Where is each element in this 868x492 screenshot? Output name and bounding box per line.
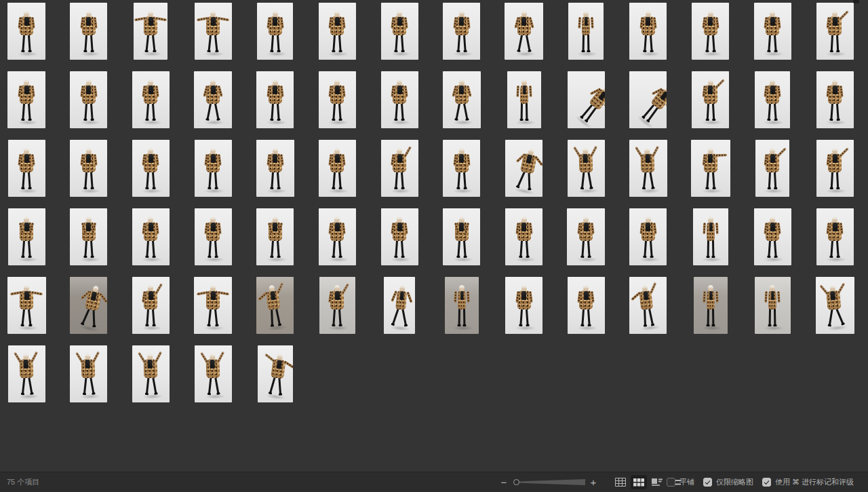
photo-thumbnail[interactable] [568,3,604,60]
photo-thumbnail[interactable] [70,71,107,128]
photo-thumbnail[interactable] [691,140,730,197]
photo-thumbnail[interactable] [816,3,854,60]
option-cmd-rating[interactable]: 使用 ⌘ 进行标记和评级 [762,477,854,487]
photo-thumbnail[interactable] [70,345,107,402]
photo-thumbnail[interactable] [70,140,107,197]
photo-thumbnail[interactable] [256,140,294,197]
photo-thumbnail[interactable] [755,71,790,128]
option-thumbnails-only[interactable]: 仅限缩略图 [703,477,753,487]
photo-thumbnail[interactable] [381,71,418,128]
photo-thumbnail[interactable] [693,208,728,265]
photo-thumbnail[interactable] [195,345,232,402]
photo-thumbnail[interactable] [443,140,480,197]
photo-thumbnail[interactable] [505,140,542,197]
figure-leg [208,308,212,326]
photo-thumbnail[interactable] [694,277,728,334]
photo-thumbnail[interactable] [70,277,107,334]
photo-thumbnail[interactable] [568,277,605,334]
photo-thumbnail[interactable] [194,277,232,334]
photo-thumbnail[interactable] [505,3,543,60]
photo-thumbnail[interactable] [134,3,167,60]
photo-thumbnail[interactable] [7,3,45,60]
model-figure [754,208,791,265]
photo-thumbnail[interactable] [132,277,170,334]
photo-thumbnail[interactable] [319,71,356,128]
photo-thumbnail[interactable] [568,140,605,197]
photo-thumbnail[interactable] [8,208,45,265]
photo-thumbnail[interactable] [692,71,729,128]
photo-thumbnail[interactable] [132,71,170,128]
photo-thumbnail[interactable] [629,71,667,128]
photo-thumbnail[interactable] [319,277,355,334]
figure-arm [31,17,35,29]
photo-thumbnail[interactable] [319,140,356,197]
photo-thumbnail[interactable] [257,3,293,60]
photo-thumbnail[interactable] [443,71,481,128]
photo-thumbnail[interactable] [195,208,232,265]
photo-thumbnail[interactable] [629,3,667,60]
photo-thumbnail[interactable] [505,277,542,334]
photo-thumbnail[interactable] [443,3,480,60]
photo-thumbnail[interactable] [319,208,356,265]
photo-thumbnail[interactable] [381,140,418,197]
photo-thumbnail[interactable] [256,208,294,265]
photo-thumbnail[interactable] [567,208,605,265]
photo-thumbnail[interactable] [381,208,418,265]
photo-thumbnail[interactable] [194,71,232,128]
photo-thumbnail[interactable] [258,345,293,402]
figure-leg [90,377,94,394]
photo-thumbnail[interactable] [384,277,415,334]
photo-thumbnail[interactable] [629,140,667,197]
slider-track[interactable] [515,479,585,486]
items-count-label: 75 个项目 [7,472,39,492]
cmd-rating-checkbox[interactable] [762,478,771,487]
photo-thumbnail[interactable] [445,277,479,334]
photo-thumbnail[interactable] [443,208,480,265]
view-grid-outline-button[interactable] [612,475,629,489]
figure-head [708,11,713,17]
photo-thumbnail[interactable] [754,3,791,60]
photo-thumbnail[interactable] [816,71,854,128]
photo-thumbnail[interactable] [132,345,170,402]
photo-thumbnail[interactable] [755,277,791,334]
zoom-in-button[interactable]: + [589,472,598,492]
photo-thumbnail[interactable] [319,3,356,60]
photo-thumbnail[interactable] [70,208,107,265]
zoom-out-button[interactable]: − [499,472,509,492]
figure-leg [768,102,772,120]
photo-thumbnail[interactable] [132,140,170,197]
photo-thumbnail[interactable] [8,140,45,197]
photo-thumbnail[interactable] [816,140,854,197]
scrollbar-thumb[interactable] [853,0,859,3]
photo-thumbnail[interactable] [507,71,541,128]
view-grid-compact-button[interactable] [631,475,647,489]
photo-thumbnail[interactable] [195,140,232,197]
option-tile[interactable]: 平铺 [667,477,694,487]
photo-thumbnail[interactable] [629,277,667,334]
photo-thumbnail[interactable] [381,3,418,60]
photo-thumbnail[interactable] [692,3,729,60]
model-figure [381,140,418,197]
photo-thumbnail[interactable] [256,71,294,128]
photo-thumbnail[interactable] [70,3,107,60]
photo-thumbnail[interactable] [505,208,542,265]
photo-thumbnail[interactable] [8,345,45,402]
figure-leg [707,240,709,257]
view-detail-button[interactable] [649,475,665,489]
photo-thumbnail[interactable] [132,208,170,265]
tile-checkbox[interactable] [667,478,675,487]
slider-handle[interactable] [513,479,519,485]
photo-thumbnail[interactable] [755,140,789,197]
photo-thumbnail[interactable] [816,208,854,265]
photo-thumbnail[interactable] [629,208,667,265]
photo-thumbnail[interactable] [7,277,46,334]
figure-leg [214,377,218,394]
thumbnails-only-checkbox[interactable] [703,478,712,487]
thumbnail-size-slider[interactable] [512,478,585,487]
photo-thumbnail[interactable] [7,71,45,128]
photo-thumbnail[interactable] [195,3,232,60]
photo-thumbnail[interactable] [754,208,791,265]
photo-thumbnail[interactable] [816,277,854,334]
photo-thumbnail[interactable] [568,71,605,128]
photo-thumbnail[interactable] [256,277,294,334]
